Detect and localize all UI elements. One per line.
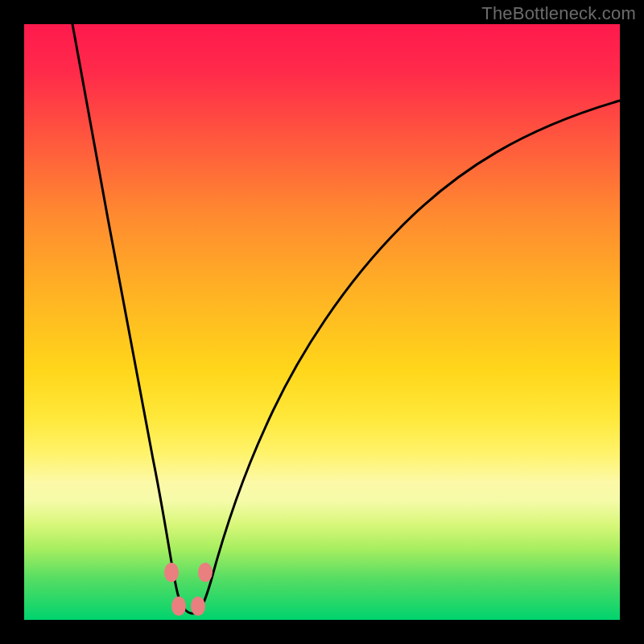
marker-right-lower [191,597,205,616]
watermark-text: TheBottleneck.com [481,3,636,24]
marker-left-upper [164,563,179,582]
bottleneck-curve-path [72,24,620,613]
bottleneck-curve-svg [24,24,620,620]
marker-left-lower [171,597,186,616]
marker-right-upper [198,563,213,582]
chart-plot-area [24,24,620,620]
